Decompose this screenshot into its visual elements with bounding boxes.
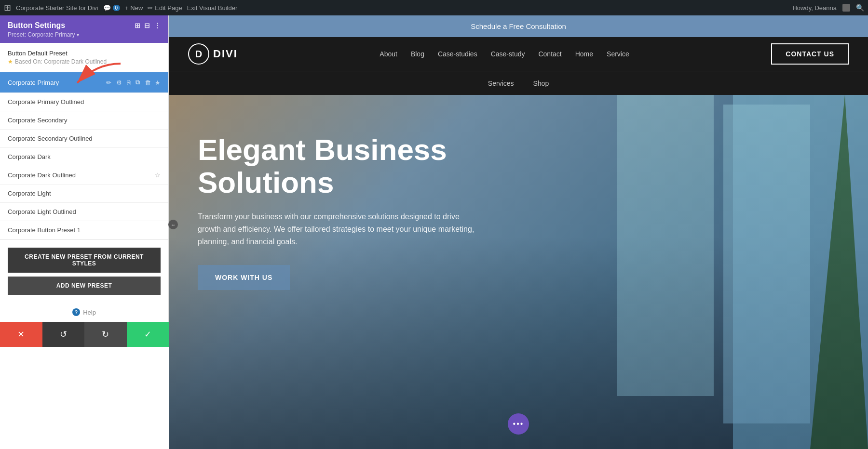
help-link[interactable]: ? Help bbox=[0, 303, 168, 322]
logo-circle: D bbox=[188, 43, 209, 65]
nav-case-study[interactable]: Case-study bbox=[491, 50, 525, 58]
nav-home[interactable]: Home bbox=[575, 50, 593, 58]
preset-name: Corporate Dark bbox=[8, 153, 161, 160]
bottom-toolbar: ✕ ↺ ↻ ✓ bbox=[0, 322, 169, 347]
sub-nav: Services Shop bbox=[169, 71, 868, 95]
hero-subtitle: Transform your business with our compreh… bbox=[198, 211, 477, 248]
site-name[interactable]: Corporate Starter Site for Divi bbox=[16, 4, 98, 12]
building-2 bbox=[723, 105, 810, 423]
delete-preset-icon[interactable]: 🗑 bbox=[144, 78, 152, 87]
hero-title: Elegant Business Solutions bbox=[198, 133, 477, 199]
site-nav: D DIVI About Blog Case-studies Case-stud… bbox=[169, 37, 868, 71]
panel-header: Button Settings ⊞ ⊟ ⋮ Preset: Corporate … bbox=[0, 15, 168, 43]
preset-item-corporate-primary-outlined[interactable]: Corporate Primary Outlined bbox=[0, 93, 168, 111]
preset-item-corporate-dark-outlined[interactable]: Corporate Dark Outlined ☆ bbox=[0, 166, 168, 185]
help-icon: ? bbox=[72, 308, 80, 316]
edit-icon: ✏ bbox=[148, 4, 153, 12]
hero-section: Elegant Business Solutions Transform you… bbox=[169, 95, 868, 449]
admin-bar: ⊞ Corporate Starter Site for Divi 💬 0 + … bbox=[0, 0, 868, 15]
duplicate-preset-icon[interactable]: ⎘ bbox=[126, 78, 132, 87]
help-label: Help bbox=[83, 309, 96, 316]
star-icon: ★ bbox=[8, 58, 13, 65]
panel-title-icons: ⊞ ⊟ ⋮ bbox=[135, 22, 161, 29]
preset-name: Corporate Primary Outlined bbox=[8, 98, 161, 106]
nav-service[interactable]: Service bbox=[607, 50, 629, 58]
preset-actions: ✏ ⚙ ⎘ ⧉ 🗑 ★ bbox=[105, 78, 161, 87]
nav-case-studies[interactable]: Case-studies bbox=[438, 50, 477, 58]
preset-name: Corporate Secondary Outlined bbox=[8, 135, 161, 142]
cancel-button[interactable]: ✕ bbox=[0, 322, 42, 347]
default-preset-label: Button Default Preset bbox=[8, 50, 161, 57]
announcement-bar: Schedule a Free Consultation bbox=[169, 15, 868, 37]
edit-page-link[interactable]: ✏ Edit Page bbox=[148, 4, 182, 12]
nav-about[interactable]: About bbox=[380, 50, 397, 58]
website-preview: Schedule a Free Consultation D DIVI Abou… bbox=[169, 15, 868, 449]
nav-blog[interactable]: Blog bbox=[411, 50, 424, 58]
announcement-text: Schedule a Free Consultation bbox=[471, 22, 566, 30]
exit-visual-builder[interactable]: Exit Visual Builder bbox=[187, 4, 238, 12]
nav-contact[interactable]: Contact bbox=[538, 50, 561, 58]
panel-subtitle[interactable]: Preset: Corporate Primary ▾ bbox=[8, 31, 161, 38]
left-panel: Button Settings ⊞ ⊟ ⋮ Preset: Corporate … bbox=[0, 15, 169, 449]
save-icon: ✓ bbox=[144, 329, 151, 340]
work-with-us-button[interactable]: WORK WITH US bbox=[198, 265, 290, 290]
chevron-down-icon: ▾ bbox=[77, 32, 79, 38]
preset-name: Corporate Secondary bbox=[8, 117, 161, 124]
contact-us-button[interactable]: CONTACT US bbox=[771, 43, 849, 65]
howdy-label: Howdy, Deanna bbox=[792, 4, 837, 12]
add-preset-button[interactable]: ADD NEW PRESET bbox=[8, 277, 161, 295]
admin-bar-left: ⊞ Corporate Starter Site for Divi 💬 0 + … bbox=[4, 2, 787, 13]
preset-item-corporate-light[interactable]: Corporate Light bbox=[0, 185, 168, 203]
floating-dots-button[interactable]: ••• bbox=[508, 413, 529, 435]
nav-services[interactable]: Services bbox=[488, 79, 514, 87]
cancel-icon: ✕ bbox=[17, 329, 25, 340]
more-options-icon[interactable]: ⋮ bbox=[154, 22, 161, 29]
redo-button[interactable]: ↻ bbox=[84, 322, 127, 347]
preset-name: Corporate Light bbox=[8, 190, 161, 197]
window-icon[interactable]: ⊞ bbox=[135, 22, 140, 29]
edit-preset-icon[interactable]: ✏ bbox=[105, 78, 112, 87]
preset-item-corporate-dark[interactable]: Corporate Dark bbox=[0, 148, 168, 166]
copy-preset-icon[interactable]: ⧉ bbox=[135, 78, 141, 87]
preset-name: Corporate Dark Outlined bbox=[8, 172, 155, 179]
panel-title-text: Button Settings bbox=[8, 21, 65, 30]
resize-handle[interactable]: ↔ bbox=[168, 220, 178, 229]
preset-name: Corporate Button Preset 1 bbox=[8, 226, 161, 234]
preset-item-corporate-button-preset-1[interactable]: Corporate Button Preset 1 bbox=[0, 221, 168, 239]
building-3 bbox=[617, 95, 714, 396]
logo-text: DIVI bbox=[213, 48, 238, 60]
button-settings-panel: Button Settings ⊞ ⊟ ⋮ Preset: Corporate … bbox=[0, 15, 169, 322]
preset-item-corporate-primary[interactable]: Corporate Primary ✏ ⚙ ⎘ ⧉ 🗑 ★ bbox=[0, 72, 168, 93]
create-preset-button[interactable]: CREATE NEW PRESET FROM CURRENT STYLES bbox=[8, 248, 161, 273]
logo-letter: D bbox=[195, 49, 202, 60]
comment-icon: 💬 bbox=[103, 4, 111, 12]
dots-icon: ••• bbox=[513, 420, 524, 428]
admin-bar-right: Howdy, Deanna 🔍 bbox=[792, 4, 864, 12]
star-outline-icon[interactable]: ☆ bbox=[155, 172, 161, 179]
search-icon[interactable]: 🔍 bbox=[856, 4, 864, 12]
undo-button[interactable]: ↺ bbox=[42, 322, 85, 347]
site-logo: D DIVI bbox=[188, 43, 238, 65]
preset-item-corporate-secondary-outlined[interactable]: Corporate Secondary Outlined bbox=[0, 130, 168, 148]
panel-title: Button Settings ⊞ ⊟ ⋮ bbox=[8, 21, 161, 30]
columns-icon[interactable]: ⊟ bbox=[144, 22, 150, 29]
comments-link[interactable]: 💬 0 bbox=[103, 4, 121, 12]
nav-links: About Blog Case-studies Case-study Conta… bbox=[380, 50, 629, 58]
undo-icon: ↺ bbox=[60, 329, 67, 340]
settings-preset-icon[interactable]: ⚙ bbox=[115, 78, 123, 87]
main-layout: Button Settings ⊞ ⊟ ⋮ Preset: Corporate … bbox=[0, 15, 868, 449]
hero-content: Elegant Business Solutions Transform you… bbox=[169, 95, 506, 309]
new-button[interactable]: + New bbox=[125, 4, 143, 12]
preset-item-corporate-light-outlined[interactable]: Corporate Light Outlined bbox=[0, 203, 168, 221]
preset-item-corporate-secondary[interactable]: Corporate Secondary bbox=[0, 111, 168, 130]
nav-shop[interactable]: Shop bbox=[533, 79, 549, 87]
comment-count: 0 bbox=[113, 5, 121, 11]
star-preset-icon[interactable]: ★ bbox=[155, 79, 161, 86]
wp-logo-icon[interactable]: ⊞ bbox=[4, 2, 11, 13]
save-button[interactable]: ✓ bbox=[127, 322, 169, 347]
panel-action-buttons: CREATE NEW PRESET FROM CURRENT STYLES AD… bbox=[0, 239, 168, 303]
preset-name: Corporate Primary bbox=[8, 79, 105, 86]
default-preset-section: Button Default Preset ★ Based On: Corpor… bbox=[0, 43, 168, 72]
presets-list: Corporate Primary ✏ ⚙ ⎘ ⧉ 🗑 ★ Corporate … bbox=[0, 72, 168, 239]
preset-label: Preset: Corporate Primary bbox=[8, 31, 75, 38]
